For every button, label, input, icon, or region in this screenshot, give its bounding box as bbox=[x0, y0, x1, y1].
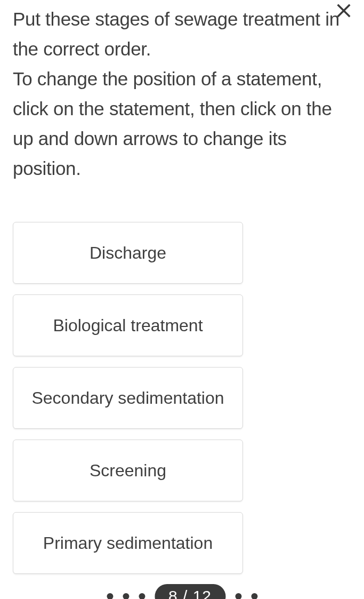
option-item[interactable]: Primary sedimentation bbox=[13, 512, 243, 574]
pager-dot[interactable] bbox=[123, 593, 129, 599]
option-item[interactable]: Biological treatment bbox=[13, 294, 243, 356]
option-label: Biological treatment bbox=[53, 316, 203, 336]
option-item[interactable]: Secondary sedimentation bbox=[13, 367, 243, 429]
pager-dot[interactable] bbox=[139, 593, 145, 599]
pager-label: 8 / 12 bbox=[168, 587, 212, 599]
option-label: Discharge bbox=[90, 243, 166, 263]
pager-dot[interactable] bbox=[107, 593, 113, 599]
question-text-2: To change the position of a statement, c… bbox=[13, 64, 351, 183]
pager-dot[interactable] bbox=[235, 593, 241, 599]
options-list: Discharge Biological treatment Secondary… bbox=[13, 222, 351, 574]
pager: 8 / 12 bbox=[107, 584, 257, 599]
close-icon bbox=[335, 2, 353, 22]
option-label: Screening bbox=[90, 461, 166, 481]
question-text-1: Put these stages of sewage treatment in … bbox=[13, 4, 351, 64]
option-label: Secondary sedimentation bbox=[31, 388, 224, 408]
pager-current: 8 / 12 bbox=[155, 584, 225, 599]
option-item[interactable]: Discharge bbox=[13, 222, 243, 284]
question-content: Put these stages of sewage treatment in … bbox=[0, 0, 364, 574]
option-label: Primary sedimentation bbox=[43, 533, 213, 553]
pager-dot[interactable] bbox=[251, 593, 257, 599]
option-item[interactable]: Screening bbox=[13, 440, 243, 501]
close-button[interactable] bbox=[333, 1, 354, 22]
